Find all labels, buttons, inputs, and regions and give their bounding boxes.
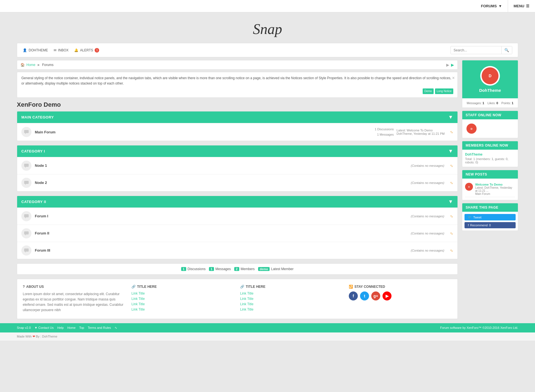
search-button[interactable]: 🔍 [501,46,512,54]
category-header-main[interactable]: MAIN CATEGORY▼ [17,111,457,123]
svg-marker-5 [25,184,26,185]
menu-nav-button[interactable]: MENU ☰ [508,0,535,12]
search-box: 🔍 [450,46,512,54]
discussions-stat: 1 Discussions [181,267,206,271]
forum-row-right: 1 Discussions 1 Messages Latest: Welcome… [375,127,453,137]
members-count: 2 [234,267,239,271]
search-input[interactable] [451,47,501,54]
profile-username: DohTheme [468,88,512,93]
forum-latest: Latest: Welcome To Demo DohTheme, Yester… [397,129,447,135]
forum-row-right: (Contains no messages) ∿ [411,231,453,236]
footer-link[interactable]: Link Title [240,297,343,301]
staff-avatar-dohtheme[interactable]: D [466,124,477,134]
footer-link[interactable]: Link Title [240,291,343,295]
youtube-icon[interactable]: ▶ [383,291,391,300]
rss-icon[interactable]: ∿ [450,163,453,168]
share-card: SHARE THIS PAGE 🐦 Tweet f Recommend 0 [462,203,518,231]
svg-rect-0 [24,130,29,133]
latest-member-badge: demo [258,267,270,271]
alerts-label: ALERTS [80,48,93,52]
nav-next-icon[interactable]: ▶ [451,63,454,67]
content-area: 🏠 Home ► Forums ▶ ▶ General styling of t… [17,60,458,323]
footer-link[interactable]: Link Title [240,307,343,311]
top-link[interactable]: Top [79,326,84,329]
chat-icon [24,213,29,219]
online-member-name[interactable]: DohTheme [465,152,515,156]
forum-name[interactable]: Node 2 [35,181,407,185]
category-toggle[interactable]: ▼ [448,148,453,154]
menu-nav-label: MENU [514,4,524,8]
main-layout: 🏠 Home ► Forums ▶ ▶ General styling of t… [17,60,518,323]
copyright: Forum software by XenForo™ ©2010-2016 Xe… [440,326,518,329]
tweet-button[interactable]: 🐦 Tweet [465,214,516,220]
forum-name[interactable]: Node 1 [35,163,407,168]
googleplus-icon[interactable]: g+ [371,291,380,300]
category-main: MAIN CATEGORY▼ Main Forum 1 Discussions … [17,111,458,141]
new-post-title[interactable]: Welcome To Demo [475,183,515,186]
forum-row: Forum I (Contains no messages) ∿ [17,208,457,225]
rss-icon[interactable]: ∿ [450,248,453,253]
rss-icon[interactable]: ∿ [450,181,453,185]
forum-name[interactable]: Main Forum [35,130,371,134]
made-with-bar: Made With ❤ By : DohTheme [0,332,535,341]
site-title: Snap [0,21,535,37]
forums-nav-button[interactable]: FORUMS ▼ [475,0,508,12]
user-bar: 👤 DOHTHEME ✉ INBOX 🔔 ALERTS 1 🔍 [17,43,518,57]
chat-icon [24,180,29,186]
recommend-button[interactable]: f Recommend 0 [465,222,516,228]
forum-icon [21,127,31,137]
help-link[interactable]: Help [57,326,64,329]
svg-marker-9 [25,234,26,236]
notice-close-button[interactable]: × [452,74,455,82]
home-link[interactable]: Home [67,326,76,329]
likes-stat-label: Likes: [488,101,496,105]
forum-row: Forum II (Contains no messages) ∿ [17,225,457,242]
footer-link[interactable]: Link Title [131,307,235,311]
svg-marker-3 [25,167,26,168]
rss-icon[interactable]: ∿ [450,214,453,218]
breadcrumb-nav: ▶ ▶ [446,63,454,67]
footer-link[interactable]: Link Title [131,302,235,306]
footer-link[interactable]: Link Title [131,297,235,301]
nav-prev-icon[interactable]: ▶ [446,63,449,67]
staff-online-body: D [462,119,518,138]
footer-link[interactable]: Link Title [131,291,235,295]
new-post-info: Welcome To Demo Latest: DohTheme, Yester… [475,183,515,195]
avatar-initials: D [482,67,498,84]
rss-icon[interactable]: ∿ [115,326,117,329]
svg-rect-10 [24,249,29,252]
forum-name[interactable]: Forum II [35,231,407,235]
category-toggle[interactable]: ▼ [448,199,453,205]
contact-link[interactable]: Contact Us [38,326,54,329]
messages-count: 1 [209,267,214,271]
latest-member-stat: demo Latest Member [258,267,293,271]
alerts-link[interactable]: 🔔 ALERTS 1 [74,48,99,53]
new-posts-body: D Welcome To Demo Latest: DohTheme, Yest… [462,179,518,200]
category-header-cat1[interactable]: CATEGORY I▼ [17,145,457,157]
forum-name[interactable]: Forum I [35,214,407,218]
footer-link[interactable]: Link Title [240,302,343,306]
site-header: Snap [0,12,535,43]
version-link[interactable]: Snap v2.0 [17,326,31,329]
chat-icon [24,129,29,135]
forum-name[interactable]: Forum III [35,248,407,252]
breadcrumb-home[interactable]: Home [26,63,35,67]
user-account[interactable]: 👤 DOHTHEME [23,48,48,52]
rss-icon[interactable]: ∿ [450,130,453,134]
rss-icon[interactable]: ∿ [450,231,453,236]
terms-link[interactable]: Terms and Rules [88,326,111,329]
username-label: DOHTHEME [29,48,48,52]
category-header-cat2[interactable]: CATEGORY II▼ [17,196,457,208]
category-cat2: CATEGORY II▼ Forum I (Contains no messag… [17,196,458,259]
forum-icon [21,211,31,221]
category-toggle[interactable]: ▼ [448,114,453,120]
category-name: CATEGORY II [21,200,46,204]
profile-points: Points: 1 [501,101,513,105]
about-text: Lorem ipsum dolor sit amet, consectetur … [23,291,126,313]
svg-text:D: D [489,74,491,78]
twitter-icon[interactable]: t [360,291,369,300]
facebook-icon[interactable]: f [349,291,358,300]
link-icon2: 🔗 [240,285,244,289]
inbox-link[interactable]: ✉ INBOX [54,48,69,52]
heart-icon: ❤ [33,335,36,338]
